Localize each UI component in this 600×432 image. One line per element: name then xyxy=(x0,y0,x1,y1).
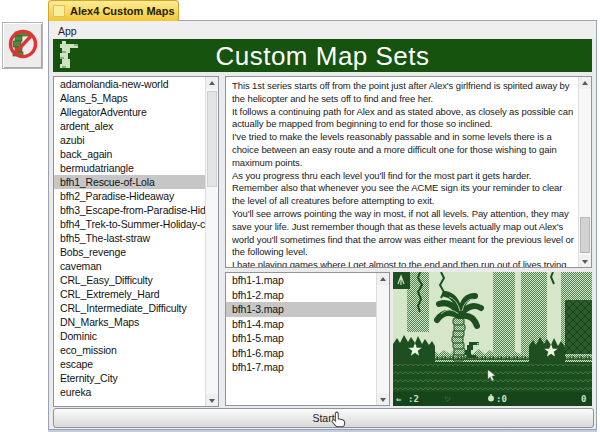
map-set-item[interactable]: eureka xyxy=(54,385,205,399)
menu-bar: App xyxy=(49,21,596,38)
map-set-item[interactable]: caveman xyxy=(54,259,205,273)
menu-app[interactable]: App xyxy=(49,23,83,40)
hand-cursor-icon xyxy=(330,411,347,429)
description-line: I've tried to make the levels reasonably… xyxy=(232,131,575,169)
scroll-down-icon[interactable] xyxy=(377,393,389,405)
map-set-item[interactable]: azubi xyxy=(54,133,205,147)
description-line: It follows a continuing path for Alex an… xyxy=(232,106,575,132)
page-title: Custom Map Sets xyxy=(53,39,592,72)
map-set-item[interactable]: CRL_Extremely_Hard xyxy=(54,287,205,301)
map-set-item[interactable]: eco_mission xyxy=(54,343,205,357)
description-line: I hate playing games where I get almost … xyxy=(232,259,575,267)
map-set-item[interactable]: escape xyxy=(54,357,205,371)
map-set-item[interactable]: Dominic xyxy=(54,329,205,343)
fruit-count: :0 xyxy=(496,394,507,404)
scroll-up-icon[interactable] xyxy=(377,273,389,285)
map-file-item[interactable]: bfh1-1.map xyxy=(226,273,376,288)
map-set-item[interactable]: bermudatriangle xyxy=(54,161,205,175)
map-file-item[interactable]: bfh1-7.map xyxy=(226,360,376,375)
level-preview: ⇐ :2 ♡ :0 0 xyxy=(393,272,592,406)
map-set-item[interactable]: Eternity_City xyxy=(54,371,205,385)
map-set-item[interactable]: adamolandia-new-world xyxy=(54,77,205,91)
map-set-item[interactable]: Bobs_revenge xyxy=(54,245,205,259)
lives-count: :2 xyxy=(408,394,419,404)
description-line: As you progress thru each level you'll f… xyxy=(232,170,575,208)
description-scrollbar[interactable] xyxy=(578,77,591,267)
window-title: Alex4 Custom Maps xyxy=(70,5,175,17)
banner: Custom Map Sets xyxy=(53,39,592,72)
description-line: You'll see arrows pointing the way in mo… xyxy=(232,208,575,259)
map-set-item[interactable]: CRL_Intermediate_Difficulty xyxy=(54,301,205,315)
scroll-down-icon[interactable] xyxy=(206,394,218,406)
score-value: 0 xyxy=(581,394,586,404)
map-set-item[interactable]: bfh4_Trek-to-Summer-Holiday-camp xyxy=(54,217,205,231)
description-line: This 1st series starts off from the poin… xyxy=(232,80,575,106)
map-set-item[interactable]: CRL_Easy_Difficulty xyxy=(54,273,205,287)
level-preview-image: ⇐ :2 ♡ :0 0 xyxy=(393,272,592,406)
start-button[interactable]: Start xyxy=(53,408,594,428)
maps-scrollbar[interactable] xyxy=(376,273,389,405)
map-set-item[interactable]: bfh3_Escape-from-Paradise-Hideaway xyxy=(54,203,205,217)
map-set-item[interactable]: Alans_5_Maps xyxy=(54,91,205,105)
map-set-item[interactable]: bfh5_The-last-straw xyxy=(54,231,205,245)
map-file-item[interactable]: bfh1-5.map xyxy=(226,331,376,346)
heart-icon: ♡ xyxy=(445,395,450,404)
map-sets-list[interactable]: adamolandia-new-worldAlans_5_MapsAllegat… xyxy=(53,76,219,407)
scroll-up-icon[interactable] xyxy=(206,77,218,89)
alex4-desktop-icon[interactable] xyxy=(2,22,43,69)
map-set-item[interactable]: AllegatorAdventure xyxy=(54,105,205,119)
scroll-up-icon[interactable] xyxy=(579,77,591,89)
map-file-item[interactable]: bfh1-4.map xyxy=(226,317,376,332)
scrollbar-thumb[interactable] xyxy=(207,91,217,187)
map-files-list[interactable]: bfh1-1.mapbfh1-2.mapbfh1-3.mapbfh1-4.map… xyxy=(225,272,390,406)
scrollbar-thumb[interactable] xyxy=(580,217,590,253)
window-title-tab[interactable]: Alex4 Custom Maps xyxy=(48,0,179,21)
lives-icon: ⇐ xyxy=(396,394,402,404)
set-description[interactable]: This 1st series starts off from the poin… xyxy=(225,76,592,268)
window-icon xyxy=(53,5,65,17)
map-set-item[interactable]: back_again xyxy=(54,147,205,161)
map-set-item[interactable]: bfh2_Paradise-Hideaway xyxy=(54,189,205,203)
map-set-item[interactable]: bfh1_Rescue-of-Lola xyxy=(54,175,205,189)
map-set-item[interactable]: ardent_alex xyxy=(54,119,205,133)
map-file-item[interactable]: bfh1-6.map xyxy=(226,346,376,361)
sets-scrollbar[interactable] xyxy=(205,77,218,406)
blocked-alligator-icon xyxy=(5,27,41,65)
map-set-item[interactable]: DN_Marks_Maps xyxy=(54,315,205,329)
map-file-item[interactable]: bfh1-2.map xyxy=(226,288,376,303)
app-window: App Custom Map Sets adamolandia-new-worl… xyxy=(48,20,597,430)
scroll-down-icon[interactable] xyxy=(579,255,591,267)
map-file-item[interactable]: bfh1-3.map xyxy=(226,302,376,317)
